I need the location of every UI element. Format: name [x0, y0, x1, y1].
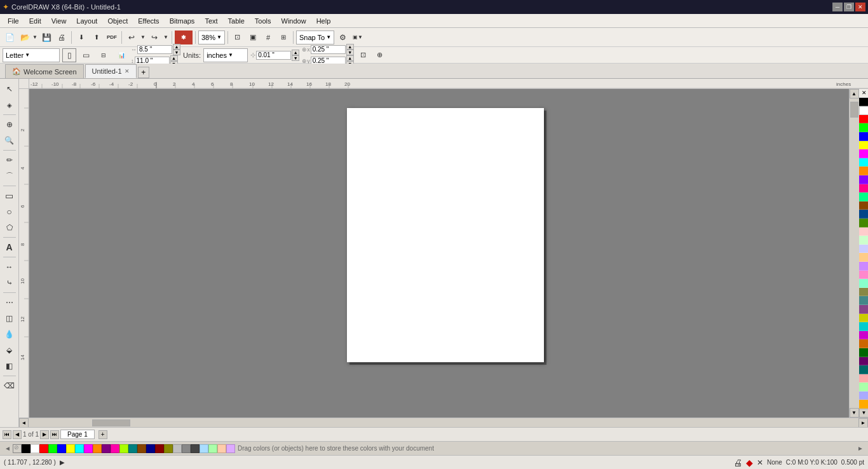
- tool-fill[interactable]: ⬙: [2, 343, 17, 358]
- color-olive[interactable]: [859, 219, 868, 228]
- height-up[interactable]: ▲: [170, 55, 178, 61]
- menu-view[interactable]: View: [46, 16, 72, 26]
- page-next-btn[interactable]: ▶: [40, 430, 49, 439]
- menu-object[interactable]: Object: [102, 16, 133, 26]
- color-white[interactable]: [859, 106, 868, 115]
- cs-swatch-teal[interactable]: [128, 444, 137, 453]
- snap-to-dropdown[interactable]: Snap To ▼: [296, 31, 334, 44]
- tool-curve[interactable]: ⌒: [2, 168, 17, 184]
- menu-effects[interactable]: Effects: [133, 16, 164, 26]
- page-prev-btn[interactable]: ◀: [13, 430, 22, 439]
- color-light-blue[interactable]: [859, 245, 868, 254]
- scroll-down-btn[interactable]: ▼: [850, 408, 859, 418]
- full-screen-btn[interactable]: ⊡: [231, 31, 245, 44]
- color-teal[interactable]: [859, 296, 868, 305]
- applications-btn[interactable]: ✱: [175, 31, 193, 44]
- cs-swatch-maroon[interactable]: [155, 444, 164, 453]
- color-lime[interactable]: [859, 123, 868, 132]
- menu-table[interactable]: Table: [223, 16, 250, 26]
- cs-swatch-cyan[interactable]: [75, 444, 84, 453]
- tool-ellipse[interactable]: ○: [2, 204, 17, 219]
- color-teal2[interactable]: [859, 322, 868, 331]
- landscape-btn[interactable]: ▭: [79, 48, 93, 62]
- restore-button[interactable]: ❐: [844, 3, 854, 11]
- canvas-main[interactable]: [29, 89, 849, 418]
- tool-transparency[interactable]: ◫: [2, 311, 17, 326]
- tool-connector[interactable]: ⤷: [2, 275, 17, 290]
- cs-scroll-left[interactable]: ◄: [3, 445, 13, 452]
- menu-file[interactable]: File: [3, 16, 24, 26]
- color-brown[interactable]: [859, 201, 868, 210]
- minimize-button[interactable]: ─: [832, 3, 843, 11]
- h-scroll-thumb[interactable]: [92, 419, 130, 426]
- palette-scroll-down[interactable]: ▼: [859, 409, 868, 418]
- tool-eyedropper[interactable]: 💧: [2, 327, 17, 342]
- undo-button[interactable]: ↩: [125, 31, 139, 44]
- color-periwinkle[interactable]: [859, 391, 868, 400]
- cs-swatch-peach[interactable]: [217, 444, 226, 453]
- menu-text[interactable]: Text: [200, 16, 222, 26]
- color-aqua[interactable]: [859, 279, 868, 288]
- menu-help[interactable]: Help: [311, 16, 336, 26]
- nudge-down[interactable]: ▼: [292, 55, 299, 61]
- page-tab[interactable]: Page 1: [60, 430, 95, 439]
- page-last-btn[interactable]: ⏭: [50, 430, 59, 439]
- page-first-btn[interactable]: ⏮: [3, 430, 11, 439]
- color-blue[interactable]: [859, 132, 868, 141]
- menu-window[interactable]: Window: [276, 16, 311, 26]
- tool-freehand[interactable]: ✏: [2, 153, 17, 168]
- width-down[interactable]: ▼: [173, 50, 180, 55]
- export-button[interactable]: ⬆: [90, 31, 104, 44]
- color-burnt-orange[interactable]: [859, 339, 868, 348]
- color-light-red[interactable]: [859, 228, 868, 236]
- color-navy[interactable]: [859, 210, 868, 219]
- tool-select[interactable]: ↖: [2, 81, 17, 97]
- status-arrow[interactable]: ▶: [60, 459, 65, 466]
- color-rose[interactable]: [859, 271, 868, 280]
- units-dropdown[interactable]: inches ▼: [203, 48, 248, 62]
- cs-swatch-olive[interactable]: [164, 444, 173, 453]
- color-lavender[interactable]: [859, 262, 868, 271]
- close-button[interactable]: ✕: [855, 3, 865, 11]
- color-peach[interactable]: [859, 253, 868, 262]
- dupx-up[interactable]: ▲: [346, 44, 354, 50]
- color-purple[interactable]: [859, 175, 868, 184]
- cs-swatch-silver[interactable]: [173, 444, 182, 453]
- cs-swatch-yellow[interactable]: [66, 444, 75, 453]
- cs-swatch-lightblue[interactable]: [200, 444, 208, 453]
- tool-transform[interactable]: ⊕: [2, 117, 17, 132]
- cs-swatch-lightgreen[interactable]: [208, 444, 217, 453]
- color-spring-green[interactable]: [859, 193, 868, 201]
- menu-tools[interactable]: Tools: [250, 16, 276, 26]
- cs-swatch-lavender[interactable]: [226, 444, 235, 453]
- dupy-up[interactable]: ▲: [346, 55, 354, 61]
- color-cyan[interactable]: [859, 158, 868, 167]
- tool-dimension[interactable]: ↔: [2, 259, 17, 275]
- cs-swatch-black[interactable]: [22, 444, 31, 453]
- grid-btn[interactable]: #: [261, 31, 275, 44]
- undo-dropdown[interactable]: ▼: [140, 31, 146, 44]
- open-dropdown[interactable]: ▼: [32, 31, 38, 44]
- cs-scroll-right[interactable]: ►: [855, 445, 865, 452]
- cs-swatch-white[interactable]: [31, 444, 39, 453]
- page-layout-btn[interactable]: 📊: [114, 48, 128, 62]
- cs-swatch-green[interactable]: [48, 444, 57, 453]
- cs-swatch-magenta[interactable]: [84, 444, 93, 453]
- scroll-right-btn[interactable]: ►: [858, 418, 868, 428]
- cs-swatch-none[interactable]: ⊘: [13, 444, 22, 453]
- color-none[interactable]: ✕: [859, 89, 868, 98]
- color-violet[interactable]: [859, 331, 868, 340]
- cs-swatch-blue[interactable]: [57, 444, 66, 453]
- print-button[interactable]: 🖨: [55, 31, 69, 44]
- portrait-btn[interactable]: ▯: [62, 48, 76, 62]
- tool-blend[interactable]: ⋯: [2, 295, 17, 310]
- width-up[interactable]: ▲: [173, 44, 180, 50]
- tool-eraser[interactable]: ⌫: [2, 378, 17, 393]
- color-yellow2[interactable]: [859, 314, 868, 323]
- view-printable-btn[interactable]: ▣: [246, 31, 260, 44]
- nudge-up[interactable]: ▲: [292, 50, 299, 55]
- guidelines-btn[interactable]: ⊞: [276, 31, 290, 44]
- color-red[interactable]: [859, 115, 868, 124]
- page-width-input[interactable]: [137, 45, 172, 54]
- cs-swatch-gray[interactable]: [182, 444, 191, 453]
